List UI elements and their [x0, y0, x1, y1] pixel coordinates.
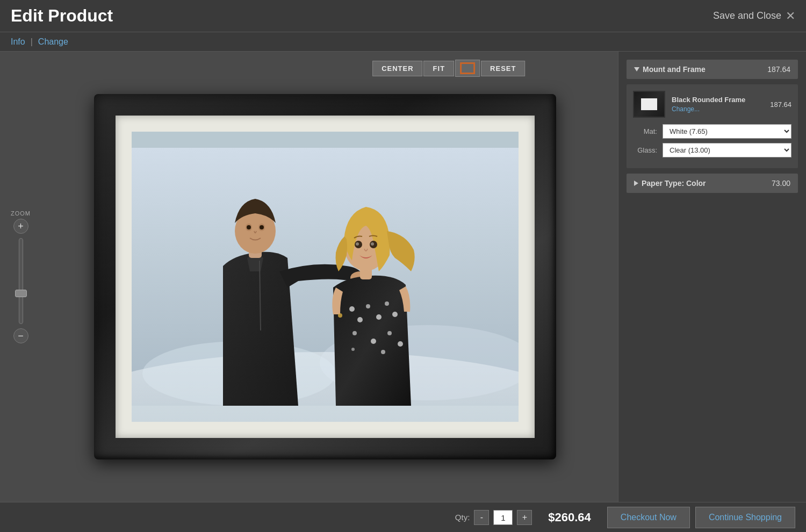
- frame-price: 187.64: [770, 100, 791, 109]
- paper-section-left: Paper Type: Color: [634, 179, 706, 188]
- svg-point-16: [385, 301, 389, 306]
- paper-type-header[interactable]: Paper Type: Color 73.00: [627, 174, 798, 193]
- svg-point-8: [247, 225, 251, 229]
- svg-point-19: [371, 339, 376, 344]
- mount-frame-title: Mount and Frame: [643, 65, 706, 74]
- total-price: $260.64: [548, 511, 591, 524]
- glass-select[interactable]: Clear (13.00) Non-Glare (18.00) UV (22.0…: [663, 143, 791, 157]
- svg-point-30: [338, 313, 342, 318]
- save-close-label: Save and Close: [713, 10, 781, 21]
- mount-frame-body: Black Rounded Frame Change... 187.64 Mat…: [627, 84, 798, 168]
- paper-type-price: 73.00: [772, 179, 790, 188]
- zoom-slider-thumb[interactable]: [15, 290, 27, 297]
- svg-point-23: [381, 350, 385, 354]
- frame-tool-icon: [460, 62, 475, 74]
- zoom-in-button[interactable]: +: [13, 219, 28, 234]
- frame-name: Black Rounded Frame: [672, 96, 764, 104]
- right-panel: Mount and Frame 187.64 Black Rounded Fra…: [618, 52, 806, 502]
- qty-label: Qty:: [455, 513, 470, 522]
- glass-row: Glass: Clear (13.00) Non-Glare (18.00) U…: [633, 143, 791, 157]
- svg-point-21: [398, 341, 403, 347]
- toolbar: CENTER FIT RESET: [372, 60, 525, 77]
- svg-point-13: [357, 317, 363, 322]
- frame-change-link[interactable]: Change...: [672, 105, 700, 113]
- picture-frame-mat: [116, 116, 535, 438]
- qty-area: Qty: - 1 +: [455, 510, 532, 525]
- svg-point-22: [351, 348, 355, 351]
- canvas-area: ZOOM + −: [0, 52, 618, 502]
- fit-button[interactable]: FIT: [424, 61, 455, 76]
- save-close-button[interactable]: Save and Close ✕: [713, 9, 795, 23]
- zoom-label: ZOOM: [11, 210, 31, 217]
- frame-info: Black Rounded Frame Change...: [672, 96, 764, 113]
- mat-label: Mat:: [633, 127, 657, 135]
- qty-plus-button[interactable]: +: [517, 510, 532, 525]
- photo-container[interactable]: [132, 132, 519, 422]
- zoom-control: ZOOM + −: [11, 210, 31, 343]
- header: Edit Product Save and Close ✕: [0, 0, 806, 32]
- frame-item: Black Rounded Frame Change... 187.64: [633, 91, 791, 118]
- svg-point-12: [349, 306, 355, 312]
- zoom-out-button[interactable]: −: [13, 328, 28, 343]
- info-link[interactable]: Info: [11, 37, 25, 47]
- picture-frame: [94, 94, 556, 459]
- continue-shopping-button[interactable]: Continue Shopping: [695, 507, 795, 528]
- triangle-right-icon: [634, 181, 638, 186]
- checkout-button[interactable]: Checkout Now: [607, 507, 690, 528]
- main-area: CENTER FIT RESET ZOOM + −: [0, 52, 806, 502]
- qty-minus-button[interactable]: -: [474, 510, 489, 525]
- bottom-bar: Qty: - 1 + $260.64 Checkout Now Continue…: [0, 502, 806, 532]
- paper-type-title: Paper Type: Color: [642, 179, 706, 188]
- center-button[interactable]: CENTER: [372, 61, 422, 76]
- glass-label: Glass:: [633, 146, 657, 154]
- triangle-down-icon: [634, 67, 639, 71]
- qty-value: 1: [493, 510, 513, 525]
- reset-button[interactable]: RESET: [481, 61, 525, 76]
- page-title: Edit Product: [11, 6, 113, 26]
- svg-point-20: [387, 331, 392, 335]
- change-link[interactable]: Change: [38, 37, 68, 47]
- mat-select[interactable]: White (7.65) Black (7.65) Cream (7.65): [663, 124, 791, 139]
- sub-header: Info | Change: [0, 32, 806, 52]
- frame-tool-button[interactable]: [455, 60, 480, 77]
- frame-thumbnail: [633, 91, 665, 118]
- mat-row: Mat: White (7.65) Black (7.65) Cream (7.…: [633, 124, 791, 139]
- svg-point-14: [366, 304, 370, 308]
- svg-point-28: [356, 242, 359, 246]
- mount-frame-price: 187.64: [767, 65, 790, 74]
- close-icon: ✕: [786, 9, 795, 23]
- frame-thumbnail-inner: [641, 98, 657, 110]
- svg-point-17: [392, 312, 398, 317]
- svg-point-18: [352, 331, 357, 335]
- svg-point-29: [371, 242, 374, 246]
- zoom-slider-track[interactable]: [19, 238, 23, 324]
- svg-point-15: [376, 314, 382, 320]
- svg-point-9: [260, 225, 264, 229]
- mount-frame-header-left: Mount and Frame: [634, 65, 706, 74]
- photo-svg: [132, 132, 519, 422]
- mount-frame-header[interactable]: Mount and Frame 187.64: [627, 60, 798, 79]
- separator: |: [31, 37, 33, 47]
